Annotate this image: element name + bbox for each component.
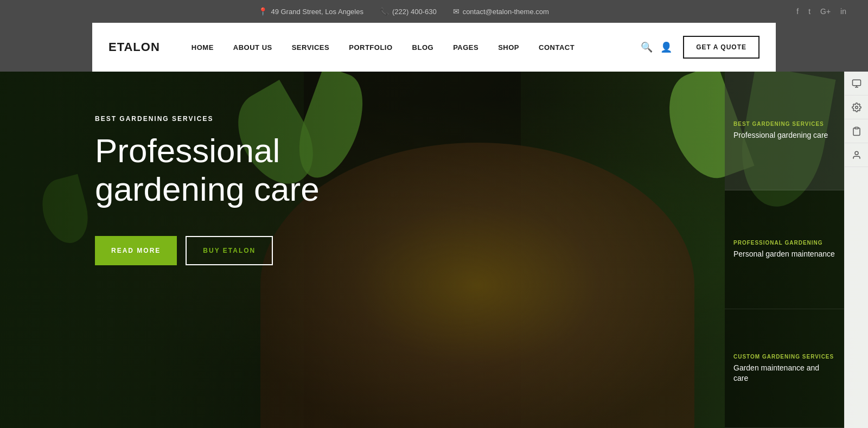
site-logo[interactable]: ETALON [108, 40, 160, 54]
location-icon: 📍 [258, 7, 267, 16]
slide-1[interactable]: BEST GARDENING SERVICES Professional gar… [725, 72, 844, 190]
slide-1-subtitle: BEST GARDENING SERVICES [733, 121, 824, 127]
nav-services[interactable]: SERVICES [282, 43, 340, 52]
clipboard-icon[interactable] [845, 119, 869, 143]
svg-rect-0 [852, 80, 860, 86]
linkedin-icon[interactable]: in [840, 7, 846, 16]
header: ETALON HOME ABOUT US SERVICES PORTFOLIO … [92, 23, 776, 72]
svg-point-5 [855, 151, 858, 155]
slide-2-title: Personal garden maintenance [733, 249, 835, 259]
twitter-icon[interactable]: t [808, 7, 810, 16]
cart-icon[interactable]: 👤 [660, 41, 672, 53]
slide-3-subtitle: CUSTOM GARDENING SERVICES [733, 354, 834, 360]
nav-shop[interactable]: SHOP [488, 43, 529, 52]
buy-etalon-button[interactable]: BUY ETALON [186, 236, 273, 265]
address-item: 📍 49 Grand Street, Los Angeles [258, 7, 363, 16]
googleplus-icon[interactable]: G+ [820, 7, 831, 16]
nav-home[interactable]: HOME [182, 43, 224, 52]
slide-2[interactable]: PROFESSIONAL GARDENING Personal garden m… [725, 190, 844, 309]
email-icon: ✉ [453, 7, 459, 16]
read-more-button[interactable]: READ MORE [95, 236, 177, 265]
slide-1-title: Professional gardening care [733, 130, 828, 140]
slide-3-title: Garden maintenance and care [733, 363, 835, 382]
settings-icon[interactable] [845, 95, 869, 119]
top-bar: 📍 49 Grand Street, Los Angeles 📞 (222) 4… [0, 0, 868, 23]
header-actions: 🔍 👤 [641, 41, 672, 53]
phone-icon: 📞 [380, 7, 389, 16]
slide-2-subtitle: PROFESSIONAL GARDENING [733, 240, 823, 246]
hero-buttons: READ MORE BUY ETALON [95, 236, 355, 265]
get-quote-button[interactable]: GET A QUOTE [683, 36, 760, 59]
phone-text: (222) 400-630 [392, 8, 437, 16]
facebook-icon[interactable]: f [796, 7, 799, 16]
nav-pages[interactable]: PAGES [443, 43, 488, 52]
phone-item[interactable]: 📞 (222) 400-630 [380, 7, 437, 16]
monitor-icon[interactable] [845, 72, 869, 95]
nav-portfolio[interactable]: PORTFOLIO [339, 43, 402, 52]
slides-panel: BEST GARDENING SERVICES Professional gar… [725, 72, 844, 428]
address-text: 49 Grand Street, Los Angeles [271, 8, 363, 16]
email-text: contact@etalon-theme.com [463, 8, 549, 16]
nav-about[interactable]: ABOUT US [224, 43, 282, 52]
main-nav: HOME ABOUT US SERVICES PORTFOLIO BLOG PA… [182, 43, 635, 52]
side-icons-panel [844, 72, 868, 428]
nav-blog[interactable]: BLOG [403, 43, 444, 52]
user-icon[interactable] [845, 143, 869, 167]
email-item[interactable]: ✉ contact@etalon-theme.com [453, 7, 549, 16]
hero-title: Professional gardening care [95, 131, 355, 209]
hero-section: BEST GARDENING SERVICES Professional gar… [0, 72, 868, 428]
nav-contact[interactable]: CONTACT [529, 43, 584, 52]
slide-3[interactable]: CUSTOM GARDENING SERVICES Garden mainten… [725, 309, 844, 428]
search-icon[interactable]: 🔍 [641, 41, 653, 53]
svg-point-3 [855, 106, 858, 108]
hero-subtitle: BEST GARDENING SERVICES [95, 115, 355, 123]
hero-content: BEST GARDENING SERVICES Professional gar… [95, 115, 355, 265]
svg-rect-4 [855, 127, 858, 129]
